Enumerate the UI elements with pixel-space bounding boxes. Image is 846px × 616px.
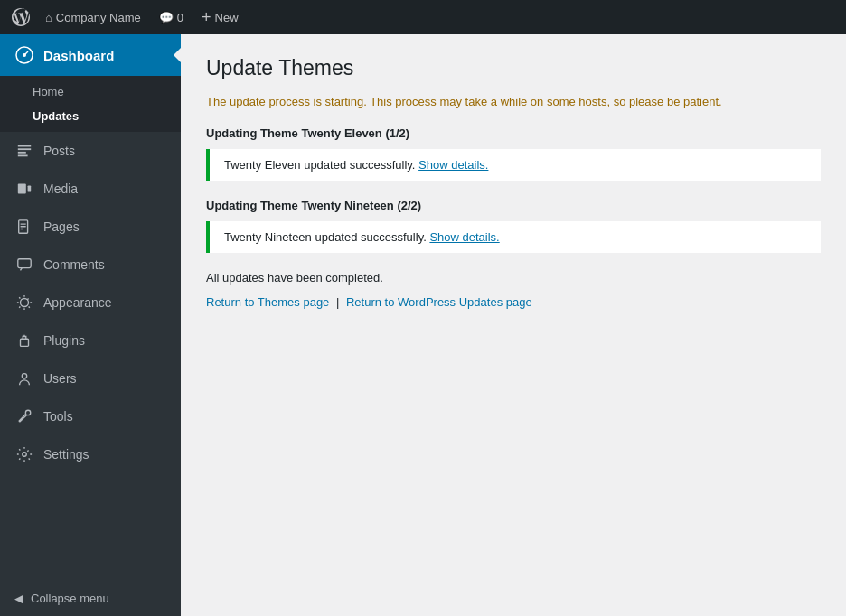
svg-rect-5 — [18, 152, 26, 154]
svg-rect-6 — [18, 155, 28, 157]
theme1-header: Updating Theme Twenty Eleven (1/2) — [206, 126, 821, 140]
sidebar-item-users[interactable]: Users — [0, 359, 181, 397]
svg-point-14 — [21, 299, 29, 307]
sidebar-item-pages[interactable]: Pages — [0, 208, 181, 246]
sidebar-item-home[interactable]: Home — [0, 79, 181, 104]
dashboard-subnav: Home Updates — [0, 76, 181, 132]
sidebar-item-updates[interactable]: Updates — [0, 104, 181, 128]
sidebar-item-tools[interactable]: Tools — [0, 397, 181, 435]
collapse-icon: ◀ — [14, 592, 24, 605]
theme1-show-details-link[interactable]: Show details. — [418, 158, 488, 172]
sidebar: Dashboard Home Updates Posts Media Pages — [0, 34, 181, 616]
svg-rect-10 — [21, 223, 26, 224]
appearance-icon — [14, 293, 34, 313]
svg-rect-11 — [21, 226, 26, 227]
return-links: Return to Themes page | Return to WordPr… — [206, 295, 821, 309]
sidebar-item-settings[interactable]: Settings — [0, 435, 181, 473]
theme2-message: Twenty Nineteen updated successfully. — [224, 230, 429, 244]
adminbar-site-name[interactable]: ⌂ Company Name — [38, 0, 148, 34]
sidebar-item-media[interactable]: Media — [0, 170, 181, 208]
media-icon — [14, 179, 34, 199]
users-icon — [14, 369, 34, 388]
svg-rect-13 — [18, 259, 31, 268]
process-notice: The update process is starting. This pro… — [206, 95, 821, 108]
svg-rect-15 — [21, 339, 29, 346]
svg-rect-7 — [18, 184, 26, 194]
collapse-menu-button[interactable]: ◀ Collapse menu — [0, 581, 181, 616]
plugins-icon — [14, 331, 34, 350]
theme1-result-box: Twenty Eleven updated successfully. Show… — [206, 149, 821, 181]
link-separator: | — [336, 295, 339, 309]
adminbar-comments[interactable]: 💬 0 — [152, 0, 191, 34]
pages-icon — [14, 217, 34, 237]
sidebar-item-plugins[interactable]: Plugins — [0, 322, 181, 359]
sidebar-item-posts[interactable]: Posts — [0, 132, 181, 170]
admin-bar: ⌂ Company Name 💬 0 + New — [0, 0, 846, 34]
plus-icon: + — [202, 8, 212, 27]
sidebar-item-comments[interactable]: Comments — [0, 246, 181, 284]
theme2-header: Updating Theme Twenty Nineteen (2/2) — [206, 199, 821, 212]
settings-icon — [14, 444, 34, 464]
svg-point-16 — [22, 374, 26, 378]
dashboard-icon — [14, 45, 34, 65]
svg-rect-4 — [18, 148, 31, 150]
svg-rect-12 — [21, 229, 24, 229]
dashboard-label: Dashboard — [43, 48, 114, 63]
theme2-result-box: Twenty Nineteen updated successfully. Sh… — [206, 221, 821, 253]
page-title: Update Themes — [206, 56, 821, 80]
comments-nav-icon — [14, 255, 34, 275]
main-content: Update Themes The update process is star… — [181, 34, 846, 616]
sidebar-item-appearance[interactable]: Appearance — [0, 284, 181, 322]
theme1-message: Twenty Eleven updated successfully. — [224, 158, 418, 172]
sidebar-item-dashboard[interactable]: Dashboard — [0, 34, 181, 76]
wp-logo[interactable] — [7, 0, 34, 34]
posts-icon — [14, 141, 34, 161]
svg-point-17 — [23, 453, 27, 457]
theme2-show-details-link[interactable]: Show details. — [429, 230, 499, 244]
layout: Dashboard Home Updates Posts Media Pages — [0, 34, 846, 616]
svg-rect-8 — [28, 185, 32, 191]
comments-icon: 💬 — [159, 11, 174, 24]
all-updates-done-text: All updates have been completed. — [206, 271, 821, 285]
home-icon: ⌂ — [45, 11, 52, 24]
tools-icon — [14, 406, 34, 426]
svg-line-2 — [24, 51, 28, 55]
return-updates-link[interactable]: Return to WordPress Updates page — [346, 295, 532, 309]
svg-rect-3 — [18, 145, 31, 147]
return-themes-link[interactable]: Return to Themes page — [206, 295, 329, 309]
adminbar-new[interactable]: + New — [194, 0, 246, 34]
